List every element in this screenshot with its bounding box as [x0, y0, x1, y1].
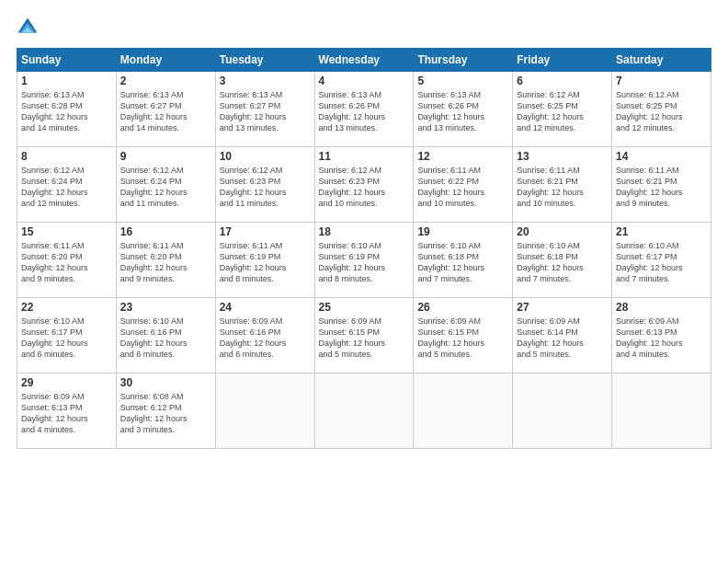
day-info: Sunrise: 6:09 AMSunset: 6:13 PMDaylight:… [616, 316, 683, 359]
day-number: 24 [220, 301, 311, 314]
day-info: Sunrise: 6:12 AMSunset: 6:24 PMDaylight:… [21, 166, 88, 208]
day-info: Sunrise: 6:10 AMSunset: 6:18 PMDaylight:… [517, 241, 584, 283]
day-number: 9 [120, 150, 211, 163]
day-number: 16 [120, 225, 211, 238]
day-info: Sunrise: 6:10 AMSunset: 6:18 PMDaylight:… [417, 241, 484, 283]
day-number: 3 [220, 75, 311, 87]
calendar-cell-20: 20Sunrise: 6:10 AMSunset: 6:18 PMDayligh… [513, 223, 612, 298]
day-number: 15 [21, 225, 112, 238]
day-info: Sunrise: 6:11 AMSunset: 6:21 PMDaylight:… [517, 166, 584, 208]
day-info: Sunrise: 6:11 AMSunset: 6:20 PMDaylight:… [120, 241, 188, 283]
page: SundayMondayTuesdayWednesdayThursdayFrid… [0, 0, 728, 563]
day-number: 1 [21, 75, 112, 87]
day-info: Sunrise: 6:13 AMSunset: 6:27 PMDaylight:… [120, 90, 188, 132]
day-info: Sunrise: 6:10 AMSunset: 6:16 PMDaylight:… [120, 316, 188, 359]
day-info: Sunrise: 6:09 AMSunset: 6:13 PMDaylight:… [21, 392, 88, 434]
calendar-cell-12: 12Sunrise: 6:11 AMSunset: 6:22 PMDayligh… [414, 147, 513, 223]
calendar-cell-13: 13Sunrise: 6:11 AMSunset: 6:21 PMDayligh… [513, 147, 612, 223]
day-number: 13 [517, 150, 608, 163]
calendar-cell-18: 18Sunrise: 6:10 AMSunset: 6:19 PMDayligh… [314, 223, 414, 298]
weekday-header-saturday: Saturday [612, 49, 711, 72]
weekday-header-friday: Friday [513, 49, 612, 72]
weekday-header-sunday: Sunday [17, 49, 117, 72]
weekday-header-row: SundayMondayTuesdayWednesdayThursdayFrid… [17, 49, 711, 72]
day-info: Sunrise: 6:10 AMSunset: 6:17 PMDaylight:… [21, 316, 88, 359]
calendar-cell-17: 17Sunrise: 6:11 AMSunset: 6:19 PMDayligh… [215, 223, 314, 298]
day-info: Sunrise: 6:09 AMSunset: 6:16 PMDaylight:… [220, 316, 287, 359]
calendar-cell-empty [612, 373, 711, 449]
logo [17, 17, 42, 39]
day-number: 25 [319, 301, 410, 314]
day-number: 10 [220, 150, 311, 163]
calendar-cell-15: 15Sunrise: 6:11 AMSunset: 6:20 PMDayligh… [17, 223, 117, 298]
day-info: Sunrise: 6:12 AMSunset: 6:23 PMDaylight:… [319, 166, 386, 208]
day-info: Sunrise: 6:12 AMSunset: 6:25 PMDaylight:… [616, 90, 683, 132]
day-info: Sunrise: 6:12 AMSunset: 6:23 PMDaylight:… [220, 166, 287, 208]
weekday-header-thursday: Thursday [414, 49, 513, 72]
calendar-row-1: 1Sunrise: 6:13 AMSunset: 6:28 PMDaylight… [17, 72, 711, 147]
calendar-cell-10: 10Sunrise: 6:12 AMSunset: 6:23 PMDayligh… [215, 147, 314, 223]
day-info: Sunrise: 6:10 AMSunset: 6:17 PMDaylight:… [616, 241, 683, 283]
day-info: Sunrise: 6:09 AMSunset: 6:15 PMDaylight:… [417, 316, 484, 359]
calendar-row-3: 15Sunrise: 6:11 AMSunset: 6:20 PMDayligh… [17, 223, 711, 298]
day-info: Sunrise: 6:08 AMSunset: 6:12 PMDaylight:… [120, 392, 188, 434]
day-info: Sunrise: 6:11 AMSunset: 6:22 PMDaylight:… [417, 166, 484, 208]
weekday-header-monday: Monday [116, 49, 215, 72]
header [17, 17, 711, 39]
calendar-cell-24: 24Sunrise: 6:09 AMSunset: 6:16 PMDayligh… [215, 298, 314, 373]
calendar-cell-11: 11Sunrise: 6:12 AMSunset: 6:23 PMDayligh… [314, 147, 414, 223]
weekday-header-tuesday: Tuesday [215, 49, 314, 72]
calendar-row-5: 29Sunrise: 6:09 AMSunset: 6:13 PMDayligh… [17, 373, 711, 449]
day-number: 20 [517, 225, 608, 238]
day-info: Sunrise: 6:13 AMSunset: 6:28 PMDaylight:… [21, 90, 88, 132]
calendar-cell-6: 6Sunrise: 6:12 AMSunset: 6:25 PMDaylight… [513, 72, 612, 147]
day-number: 8 [21, 150, 112, 163]
calendar-row-4: 22Sunrise: 6:10 AMSunset: 6:17 PMDayligh… [17, 298, 711, 373]
day-info: Sunrise: 6:11 AMSunset: 6:19 PMDaylight:… [220, 241, 287, 283]
calendar-cell-9: 9Sunrise: 6:12 AMSunset: 6:24 PMDaylight… [116, 147, 215, 223]
calendar-cell-29: 29Sunrise: 6:09 AMSunset: 6:13 PMDayligh… [17, 373, 117, 449]
calendar-cell-5: 5Sunrise: 6:13 AMSunset: 6:26 PMDaylight… [414, 72, 513, 147]
calendar-cell-26: 26Sunrise: 6:09 AMSunset: 6:15 PMDayligh… [414, 298, 513, 373]
day-info: Sunrise: 6:11 AMSunset: 6:21 PMDaylight:… [616, 166, 683, 208]
day-number: 7 [616, 75, 707, 87]
day-number: 22 [21, 301, 112, 314]
day-number: 6 [517, 75, 608, 87]
calendar-cell-19: 19Sunrise: 6:10 AMSunset: 6:18 PMDayligh… [414, 223, 513, 298]
day-number: 17 [220, 225, 311, 238]
day-info: Sunrise: 6:13 AMSunset: 6:26 PMDaylight:… [417, 90, 484, 132]
day-number: 14 [616, 150, 707, 163]
day-number: 2 [120, 75, 211, 87]
day-info: Sunrise: 6:09 AMSunset: 6:14 PMDaylight:… [517, 316, 584, 359]
calendar-cell-3: 3Sunrise: 6:13 AMSunset: 6:27 PMDaylight… [215, 72, 314, 147]
calendar-cell-27: 27Sunrise: 6:09 AMSunset: 6:14 PMDayligh… [513, 298, 612, 373]
calendar-cell-16: 16Sunrise: 6:11 AMSunset: 6:20 PMDayligh… [116, 223, 215, 298]
calendar-cell-empty [513, 373, 612, 449]
calendar-cell-28: 28Sunrise: 6:09 AMSunset: 6:13 PMDayligh… [612, 298, 711, 373]
calendar-cell-7: 7Sunrise: 6:12 AMSunset: 6:25 PMDaylight… [612, 72, 711, 147]
calendar-cell-22: 22Sunrise: 6:10 AMSunset: 6:17 PMDayligh… [17, 298, 117, 373]
day-info: Sunrise: 6:13 AMSunset: 6:26 PMDaylight:… [319, 90, 386, 132]
logo-icon [17, 17, 39, 39]
day-info: Sunrise: 6:12 AMSunset: 6:24 PMDaylight:… [120, 166, 188, 208]
day-number: 18 [319, 225, 410, 238]
day-number: 27 [517, 301, 608, 314]
weekday-header-wednesday: Wednesday [314, 49, 414, 72]
day-number: 19 [417, 225, 508, 238]
calendar-cell-23: 23Sunrise: 6:10 AMSunset: 6:16 PMDayligh… [116, 298, 215, 373]
calendar-cell-14: 14Sunrise: 6:11 AMSunset: 6:21 PMDayligh… [612, 147, 711, 223]
day-number: 26 [417, 301, 508, 314]
day-number: 29 [21, 376, 112, 389]
calendar-cell-1: 1Sunrise: 6:13 AMSunset: 6:28 PMDaylight… [17, 72, 117, 147]
calendar-cell-empty [215, 373, 314, 449]
day-number: 11 [319, 150, 410, 163]
day-info: Sunrise: 6:11 AMSunset: 6:20 PMDaylight:… [21, 241, 88, 283]
day-number: 21 [616, 225, 707, 238]
calendar-cell-4: 4Sunrise: 6:13 AMSunset: 6:26 PMDaylight… [314, 72, 414, 147]
day-number: 5 [417, 75, 508, 87]
day-number: 28 [616, 301, 707, 314]
day-number: 12 [417, 150, 508, 163]
calendar-cell-25: 25Sunrise: 6:09 AMSunset: 6:15 PMDayligh… [314, 298, 414, 373]
calendar: SundayMondayTuesdayWednesdayThursdayFrid… [17, 48, 711, 449]
day-info: Sunrise: 6:12 AMSunset: 6:25 PMDaylight:… [517, 90, 584, 132]
